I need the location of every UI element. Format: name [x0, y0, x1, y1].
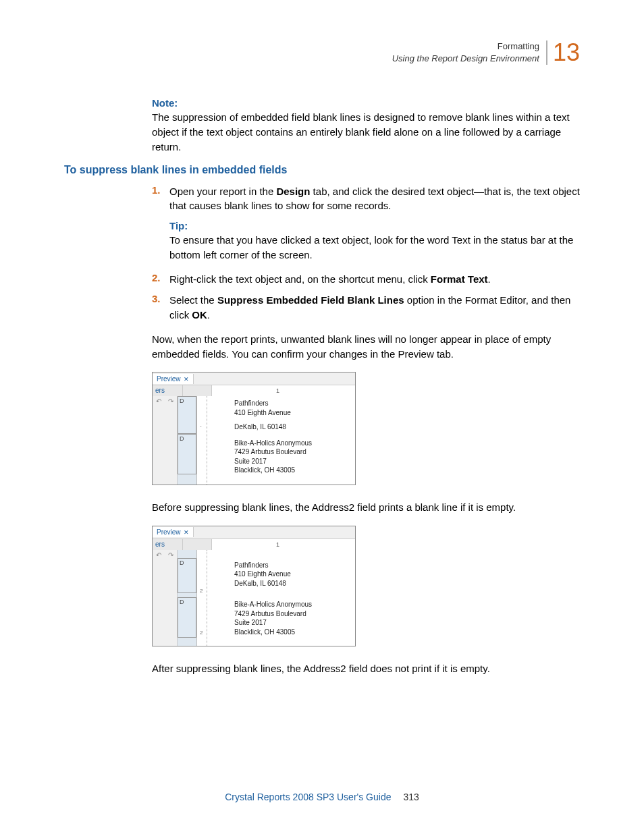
- close-icon-2[interactable]: ✕: [184, 529, 189, 536]
- rec1b-line1: Pathfinders: [234, 561, 355, 570]
- step-2: 2. Right-click the text object and, on t…: [152, 272, 580, 287]
- rec2b-line1: Bike-A-Holics Anonymous: [234, 600, 355, 609]
- section-d-1[interactable]: D: [178, 396, 196, 434]
- tip-label: Tip:: [169, 220, 580, 231]
- section-d-1b[interactable]: D: [178, 558, 196, 593]
- header-line2: Using the Report Design Environment: [392, 53, 539, 65]
- step-3-bold1: Suppress Embedded Field Blank Lines: [217, 294, 404, 306]
- rec1-line1: Pathfinders: [234, 399, 355, 408]
- step-1-number: 1.: [152, 184, 169, 214]
- vertical-ruler: -: [197, 396, 207, 485]
- step-3-pre: Select the: [169, 294, 217, 306]
- record-2: Bike-A-Holics Anonymous 7429 Arbutus Bou…: [234, 439, 355, 475]
- preview-tab[interactable]: Preview ✕: [153, 374, 194, 384]
- page-header: Formatting Using the Report Design Envir…: [64, 40, 580, 65]
- step-2-text: Right-click the text object and, on the …: [169, 272, 491, 287]
- screenshot-before: Preview ✕ ers 1 ↶ ↷ D: [152, 372, 356, 485]
- ers-label: ers: [153, 385, 183, 396]
- back-icon[interactable]: ↶: [156, 397, 161, 405]
- step-3-number: 3.: [152, 293, 169, 323]
- nav-col: ↶ ↷: [153, 396, 178, 485]
- screenshot2-tabs: Preview ✕: [153, 526, 355, 539]
- caption-after: After suppressing blank lines, the Addre…: [152, 661, 580, 676]
- screenshot1-content: ↶ ↷ D D - Pathfinders 410 Eighth Avenue: [153, 396, 355, 485]
- footer-page: 313: [403, 792, 419, 802]
- screenshot2-ruler-row: ers 1: [153, 539, 355, 550]
- tip-block: Tip: To ensure that you have clicked a t…: [169, 220, 580, 263]
- rec1-line2: 410 Eighth Avenue: [234, 408, 355, 418]
- nav-icons: [183, 385, 212, 396]
- step-3: 3. Select the Suppress Embedded Field Bl…: [152, 293, 580, 323]
- close-icon[interactable]: ✕: [184, 376, 189, 383]
- rec2b-line3: Suite 2017: [234, 618, 355, 628]
- rec1b-line3: DeKalb, IL 60148: [234, 579, 355, 588]
- step-2-after: .: [488, 273, 491, 285]
- section-d-2b[interactable]: D: [178, 597, 196, 638]
- horizontal-ruler: 1: [212, 385, 355, 396]
- section-col-2: D D: [178, 550, 197, 646]
- step-1-text: Open your report in the Design tab, and …: [169, 184, 580, 214]
- screenshot1-ruler-row: ers 1: [153, 385, 355, 396]
- rec2-line2: 7429 Arbutus Boulevard: [234, 447, 355, 457]
- caption-before: Before suppressing blank lines, the Addr…: [152, 500, 580, 515]
- section-heading: To suppress blank lines in embedded fiel…: [64, 164, 580, 176]
- preview-tab-label: Preview: [157, 375, 181, 383]
- ers-label-2: ers: [153, 539, 183, 550]
- step-1: 1. Open your report in the Design tab, a…: [152, 184, 580, 214]
- section-col: D D: [178, 396, 197, 485]
- data-col: Pathfinders 410 Eighth Avenue DeKalb, IL…: [207, 396, 355, 485]
- step-2-number: 2.: [152, 272, 169, 287]
- step-3-after: .: [207, 309, 210, 321]
- rec2-line3: Suite 2017: [234, 457, 355, 466]
- step-1-bold: Design: [276, 186, 310, 197]
- step-2-bold: Format Text: [431, 273, 488, 285]
- nav-col-2: ↶ ↷: [153, 550, 178, 646]
- ruler-mark-1: 1: [276, 387, 279, 394]
- note-label: Note:: [152, 97, 580, 109]
- rec1b-line2: 410 Eighth Avenue: [234, 570, 355, 579]
- record-1: Pathfinders 410 Eighth Avenue DeKalb, IL…: [234, 399, 355, 432]
- record-1b: Pathfinders 410 Eighth Avenue DeKalb, IL…: [234, 561, 355, 588]
- rec1-line3: DeKalb, IL 60148: [234, 422, 355, 432]
- record-2b: Bike-A-Holics Anonymous 7429 Arbutus Bou…: [234, 600, 355, 636]
- result-paragraph: Now, when the report prints, unwanted bl…: [152, 332, 580, 362]
- tip-body: To ensure that you have clicked a text o…: [169, 233, 580, 263]
- page-footer: Crystal Reports 2008 SP3 User's Guide 31…: [0, 792, 644, 802]
- forward-icon-2[interactable]: ↷: [168, 551, 173, 559]
- step-3-bold2: OK: [192, 309, 207, 321]
- header-text: Formatting Using the Report Design Envir…: [392, 40, 539, 65]
- preview-tab-2[interactable]: Preview ✕: [153, 527, 194, 537]
- horizontal-ruler-2: 1: [212, 539, 355, 550]
- chapter-number: 13: [553, 38, 580, 66]
- rec2b-line4: Blacklick, OH 43005: [234, 628, 355, 637]
- ruler-mark-1b: 1: [276, 541, 279, 548]
- vertical-ruler-2: 2 2: [197, 550, 207, 646]
- header-line1: Formatting: [392, 40, 539, 53]
- footer-title: Crystal Reports 2008 SP3 User's Guide: [225, 792, 391, 802]
- step-1-pre: Open your report in the: [169, 186, 276, 197]
- screenshot-after: Preview ✕ ers 1 ↶ ↷: [152, 526, 356, 647]
- note-body: The suppression of embedded field blank …: [152, 110, 580, 154]
- rec2-line1: Bike-A-Holics Anonymous: [234, 439, 355, 448]
- section-d-2[interactable]: D: [178, 434, 196, 474]
- rec2b-line2: 7429 Arbutus Boulevard: [234, 609, 355, 619]
- chapter-box: 13: [546, 40, 580, 65]
- screenshot1-tabs: Preview ✕: [153, 372, 355, 385]
- preview-tab-label-2: Preview: [157, 528, 181, 536]
- back-icon-2[interactable]: ↶: [156, 551, 161, 559]
- rec2-line4: Blacklick, OH 43005: [234, 466, 355, 475]
- step-3-text: Select the Suppress Embedded Field Blank…: [169, 293, 580, 323]
- forward-icon[interactable]: ↷: [168, 397, 173, 405]
- screenshot2-content: ↶ ↷ D D 2 2 Pathfinders: [153, 550, 355, 646]
- step-2-pre: Right-click the text object and, on the …: [169, 273, 431, 285]
- data-col-2: Pathfinders 410 Eighth Avenue DeKalb, IL…: [207, 550, 355, 646]
- nav-icons-2: [183, 539, 212, 550]
